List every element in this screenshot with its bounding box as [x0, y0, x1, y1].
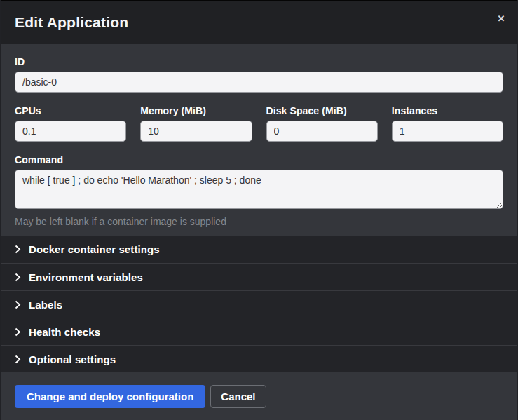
- section-labels[interactable]: Labels: [1, 290, 517, 318]
- cpus-label: CPUs: [15, 104, 126, 117]
- memory-label: Memory (MiB): [140, 104, 252, 117]
- section-environment-variables[interactable]: Environment variables: [1, 263, 517, 290]
- cpus-field-group: CPUs: [15, 104, 126, 142]
- section-label: Docker container settings: [29, 243, 160, 255]
- id-field-group: ID: [15, 55, 503, 93]
- edit-application-form: ID CPUs Memory (MiB) Disk Space (MiB) In…: [1, 44, 517, 236]
- change-and-deploy-button[interactable]: Change and deploy configuration: [15, 385, 205, 408]
- section-optional-settings[interactable]: Optional settings: [1, 345, 517, 372]
- chevron-right-icon: [15, 273, 21, 282]
- disk-input[interactable]: [266, 121, 378, 142]
- section-label: Optional settings: [29, 353, 116, 365]
- close-icon[interactable]: ✕: [493, 11, 509, 26]
- chevron-right-icon: [15, 355, 21, 364]
- command-field-group: Command while [ true ] ; do echo 'Hello …: [15, 154, 503, 228]
- memory-input[interactable]: [140, 121, 252, 142]
- instances-field-group: Instances: [392, 104, 503, 142]
- section-health-checks[interactable]: Health checks: [1, 318, 517, 345]
- instances-label: Instances: [392, 104, 503, 117]
- section-label: Environment variables: [29, 271, 143, 283]
- section-docker-container-settings[interactable]: Docker container settings: [1, 236, 517, 263]
- command-help-text: May be left blank if a container image i…: [15, 215, 503, 228]
- section-label: Labels: [29, 299, 62, 311]
- chevron-right-icon: [15, 300, 21, 309]
- resources-row: CPUs Memory (MiB) Disk Space (MiB) Insta…: [15, 104, 503, 142]
- instances-input[interactable]: [392, 121, 503, 142]
- collapsible-sections: Docker container settings Environment va…: [1, 236, 517, 372]
- id-label: ID: [15, 55, 503, 68]
- memory-field-group: Memory (MiB): [140, 104, 252, 142]
- disk-label: Disk Space (MiB): [266, 104, 378, 117]
- disk-field-group: Disk Space (MiB): [266, 104, 378, 142]
- modal-header: Edit Application ✕: [1, 1, 517, 44]
- cpus-input[interactable]: [15, 121, 126, 142]
- page-title: Edit Application: [15, 14, 128, 31]
- command-textarea[interactable]: while [ true ] ; do echo 'Hello Marathon…: [15, 170, 503, 209]
- modal-footer: Change and deploy configuration Cancel: [1, 372, 517, 420]
- command-label: Command: [15, 154, 503, 166]
- cancel-button[interactable]: Cancel: [210, 385, 266, 408]
- id-input[interactable]: [15, 72, 503, 93]
- chevron-right-icon: [15, 327, 21, 337]
- section-label: Health checks: [29, 326, 100, 338]
- chevron-right-icon: [15, 245, 21, 254]
